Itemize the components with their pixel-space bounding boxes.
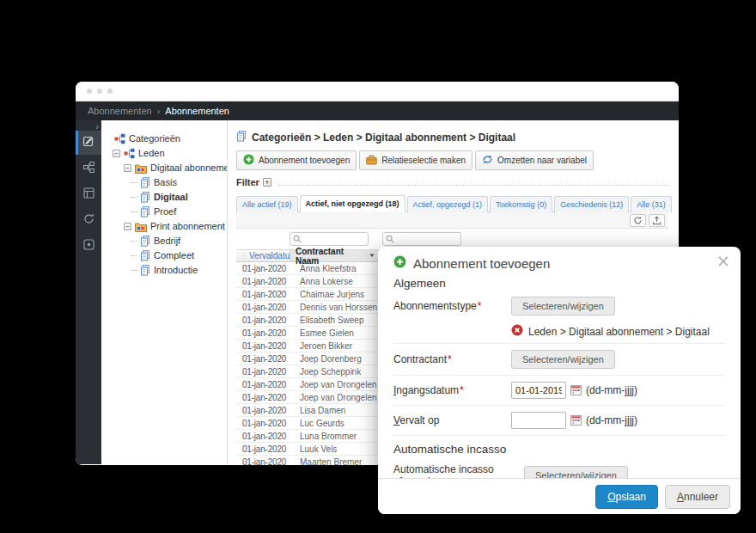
filter-label: Filter	[236, 177, 259, 187]
tree-item-basis[interactable]: Basis	[108, 175, 227, 190]
cell-vervaldatum: 01-jan-2020	[236, 432, 290, 441]
sidebar-expand-chevron-icon[interactable]: ›	[95, 121, 99, 132]
convert-to-variable-button[interactable]: Omzetten naar variabel	[475, 150, 594, 170]
dialog-footer: Opslaan Annuleer	[378, 478, 741, 514]
add-subscription-button[interactable]: Abonnement toevoegen	[236, 150, 357, 170]
tree-item-digitaal-abonnement[interactable]: −Digitaal abonnement	[108, 161, 227, 175]
add-icon	[393, 255, 406, 272]
tree-item-introductie[interactable]: Introductie	[108, 263, 227, 278]
document-icon	[236, 131, 247, 144]
tree-item-label: Leden	[138, 146, 165, 161]
tree-item-label: Basis	[154, 175, 177, 190]
tree-item-proef[interactable]: Proef	[108, 205, 227, 219]
cell-vervaldatum: 01-jan-2020	[236, 457, 290, 466]
filter-expand-icon[interactable]: +	[263, 178, 271, 187]
cell-contractant-naam: Luuk Vels	[290, 444, 337, 454]
section-title-incasso: Automatische incasso	[393, 443, 725, 457]
cell-vervaldatum: 01-jan-2020	[236, 290, 290, 299]
cell-contractant-naam: Joep van Drongelen	[290, 393, 377, 402]
make-relation-selection-button[interactable]: Relatieselectie maken	[359, 150, 472, 170]
select-abonnementstype-button[interactable]: Selecteren/wijzigen	[511, 297, 615, 316]
sitemap-icon	[114, 133, 125, 144]
breadcrumb-bar: Abonnementen › Abonnementen	[76, 101, 679, 120]
cell-contractant-naam: Joep Dorenberg	[290, 354, 362, 364]
tree-item-label: Digitaal	[154, 190, 188, 205]
window-dot	[87, 89, 92, 94]
tree-item-bedrijf[interactable]: Bedrijf	[108, 234, 227, 248]
export-button[interactable]	[649, 214, 665, 227]
cell-vervaldatum: 01-jan-2020	[236, 316, 290, 325]
close-icon[interactable]	[717, 255, 729, 267]
status-tabs: Alle actief (19)Actief, niet opgezegd (1…	[236, 195, 668, 212]
tree-item-label: Compleet	[154, 248, 194, 263]
breadcrumb-current: Abonnementen	[165, 106, 229, 116]
cell-contractant-naam: Esmee Gielen	[290, 328, 354, 338]
tab-actief-opgezegd-1[interactable]: Actief, opgezegd (1)	[407, 196, 489, 212]
selected-abonnementstype-value: Leden > Digitaal abonnement > Digitaal	[528, 326, 710, 338]
column-label: Contractant Naam	[296, 247, 369, 266]
refresh-button[interactable]	[630, 214, 646, 227]
error-icon	[511, 324, 523, 339]
button-label: Omzetten naar variabel	[497, 156, 587, 165]
tree-item-label: Print abonnement	[150, 219, 225, 234]
tab-alle-actief-19[interactable]: Alle actief (19)	[236, 196, 298, 212]
required-asterisk: *	[448, 353, 452, 365]
tree-item-categorie-n[interactable]: Categorieën	[108, 132, 227, 146]
tree-connector	[131, 241, 137, 242]
cancel-button[interactable]: Annuleer	[665, 485, 730, 509]
tree-connector	[131, 182, 137, 183]
cell-vervaldatum: 01-jan-2020	[236, 328, 290, 338]
tree-collapse-icon[interactable]: −	[124, 164, 131, 172]
save-button[interactable]: Opslaan	[595, 485, 658, 509]
vervalt-op-input[interactable]	[511, 412, 566, 429]
tree-item-label: Categorieën	[129, 132, 180, 146]
search-input-column3[interactable]	[397, 234, 458, 245]
ingangsdatum-input[interactable]	[511, 382, 566, 399]
journal-icon	[82, 187, 95, 203]
calendar-icon[interactable]	[570, 415, 582, 426]
tab-alle-31[interactable]: Alle (31)	[631, 196, 672, 212]
cell-vervaldatum: 01-jan-2020	[236, 264, 290, 273]
tab-toekomstig-0[interactable]: Toekomstig (0)	[490, 196, 552, 212]
sidebar-item-sync[interactable]	[76, 209, 101, 232]
sidebar-item-journal[interactable]	[76, 183, 101, 206]
cell-vervaldatum: 01-jan-2020	[236, 444, 290, 454]
document-icon	[140, 206, 150, 217]
cell-contractant-naam: Lisa Damen	[290, 406, 345, 415]
search-input-contractant[interactable]	[304, 234, 365, 245]
icon-sidebar: ›	[76, 120, 101, 464]
category-tree: Categorieën−Leden−Digitaal abonnementBas…	[108, 132, 227, 278]
add-subscription-dialog: Abonnement toevoegen Algemeen Abonnement…	[378, 247, 741, 514]
select-contractant-button[interactable]: Selecteren/wijzigen	[511, 350, 615, 369]
field-label: Abonnementstype*	[393, 297, 511, 312]
required-asterisk: *	[460, 384, 464, 396]
add-icon	[243, 154, 254, 167]
field-row-abonnementstype: Abonnementstype* Selecteren/wijzigen Led…	[393, 291, 725, 344]
tree-collapse-icon[interactable]: −	[113, 150, 120, 157]
column-header-vervaldatum[interactable]: ⋮ Vervaldatum	[236, 251, 290, 260]
sidebar-item-relations[interactable]	[76, 157, 101, 181]
cell-contractant-naam: Anna Kleefstra	[290, 264, 357, 273]
tab-actief-niet-opgezegd-18[interactable]: Actief, niet opgezegd (18)	[300, 195, 405, 212]
tab-geschiedenis-12[interactable]: Geschiedenis (12)	[554, 196, 629, 212]
sidebar-item-apps[interactable]	[76, 235, 101, 258]
document-icon	[140, 250, 150, 261]
cell-contractant-naam: Joep van Drongelen	[290, 380, 377, 389]
breadcrumb-parent[interactable]: Abonnementen	[88, 106, 152, 116]
sidebar-item-subscriptions[interactable]	[76, 131, 101, 155]
tree-item-digitaal[interactable]: Digitaal	[108, 190, 227, 205]
tree-item-print-abonnement[interactable]: −Print abonnement	[108, 219, 227, 234]
calendar-icon[interactable]	[570, 385, 582, 395]
tree-item-leden[interactable]: −Leden	[108, 146, 227, 161]
field-row-contractant: Contractant* Selecteren/wijzigen	[393, 344, 725, 376]
folder-icon	[135, 163, 147, 174]
cell-contractant-naam: Chaimae Jurjens	[290, 290, 364, 299]
cell-contractant-naam: Luna Brommer	[290, 432, 357, 441]
search-box-contractant	[290, 232, 369, 246]
column-header-contractant-naam[interactable]: Contractant Naam	[290, 250, 379, 261]
tree-item-compleet[interactable]: Compleet	[108, 248, 227, 263]
cell-vervaldatum: 01-jan-2020	[236, 341, 290, 351]
required-asterisk: *	[478, 300, 482, 312]
document-icon	[140, 177, 150, 188]
tree-collapse-icon[interactable]: −	[124, 223, 131, 230]
